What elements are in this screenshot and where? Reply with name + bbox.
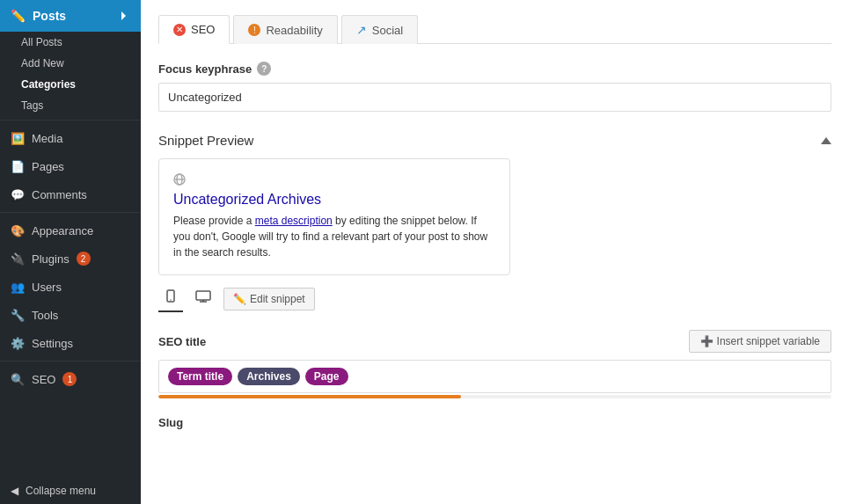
- tab-seo-label: SEO: [191, 23, 215, 36]
- seo-title-progress-bar-wrap: [158, 395, 831, 398]
- sidebar-item-tags[interactable]: Tags: [0, 95, 141, 116]
- help-icon[interactable]: ?: [257, 62, 271, 76]
- tab-readability[interactable]: ! Readability: [233, 15, 337, 44]
- focus-keyphrase-text: Focus keyphrase: [158, 62, 252, 76]
- sidebar-item-plugins-label: Plugins: [32, 252, 70, 266]
- sidebar-item-users[interactable]: 👥 Users: [0, 273, 141, 301]
- tools-icon: 🔧: [11, 308, 25, 322]
- sidebar-item-tools-label: Tools: [32, 309, 58, 322]
- sidebar-item-settings[interactable]: ⚙️ Settings: [0, 329, 141, 357]
- focus-keyphrase-input[interactable]: [158, 83, 831, 112]
- focus-keyphrase-section: Focus keyphrase ?: [158, 62, 831, 112]
- readability-tab-dot: !: [248, 24, 260, 36]
- sidebar-item-settings-label: Settings: [32, 337, 73, 350]
- sidebar-item-seo[interactable]: 🔍 SEO 1: [0, 365, 141, 393]
- seo-icon: 🔍: [11, 372, 25, 386]
- tag-page[interactable]: Page: [305, 368, 348, 385]
- snippet-preview-section: Snippet Preview Uncategorized Archives P…: [158, 133, 831, 312]
- sidebar-header-label: Posts: [33, 9, 66, 23]
- plus-circle-icon: ➕: [700, 335, 714, 347]
- slug-label: Slug: [158, 416, 183, 429]
- settings-icon: ⚙️: [11, 336, 25, 350]
- sidebar-divider-3: [0, 361, 141, 362]
- tag-term-title[interactable]: Term title: [168, 368, 232, 385]
- comments-icon: 💬: [11, 187, 25, 201]
- plugins-icon: 🔌: [11, 252, 25, 266]
- sidebar-item-users-label: Users: [32, 281, 62, 294]
- svg-rect-5: [196, 291, 210, 300]
- seo-title-header: SEO title ➕ Insert snippet variable: [158, 330, 831, 353]
- sidebar-item-all-posts[interactable]: All Posts: [0, 32, 141, 53]
- seo-badge: 1: [62, 372, 77, 386]
- seo-title-field[interactable]: Term title Archives Page: [158, 360, 831, 393]
- social-tab-icon: ↗: [356, 23, 367, 37]
- slug-section: Slug: [158, 416, 831, 429]
- sidebar-item-tools[interactable]: 🔧 Tools: [0, 301, 141, 329]
- media-icon: 🖼️: [11, 131, 25, 145]
- main-content: ✕ SEO ! Readability ↗ Social Focus keyph…: [141, 0, 849, 504]
- users-icon: 👥: [11, 280, 25, 294]
- snippet-collapse-button[interactable]: [821, 137, 831, 144]
- sidebar-item-comments[interactable]: 💬 Comments: [0, 180, 141, 208]
- edit-snippet-button[interactable]: ✏️ Edit snippet: [223, 288, 315, 310]
- sidebar-item-comments-label: Comments: [32, 188, 87, 201]
- tab-social-label: Social: [372, 24, 403, 37]
- seo-title-label: SEO title: [158, 335, 206, 348]
- insert-snippet-variable-button[interactable]: ➕ Insert snippet variable: [689, 330, 831, 353]
- sidebar-item-add-new[interactable]: Add New: [0, 53, 141, 74]
- focus-keyphrase-label: Focus keyphrase ?: [158, 62, 831, 76]
- sidebar-header-arrow: [121, 11, 130, 20]
- mobile-view-button[interactable]: [158, 286, 183, 312]
- sidebar-item-pages-label: Pages: [32, 160, 64, 173]
- desktop-view-button[interactable]: [190, 287, 216, 311]
- tag-archives[interactable]: Archives: [238, 368, 300, 385]
- sidebar-divider: [0, 120, 141, 121]
- sidebar-item-categories[interactable]: Categories: [0, 74, 141, 95]
- seo-title-section: SEO title ➕ Insert snippet variable Term…: [158, 330, 831, 398]
- snippet-link[interactable]: Uncategorized Archives: [173, 192, 495, 208]
- snippet-preview-box: Uncategorized Archives Please provide a …: [158, 158, 510, 275]
- seo-tab-dot: ✕: [173, 24, 186, 36]
- seo-title-progress-bar: [158, 395, 461, 398]
- sidebar: ✏️ Posts All Posts Add New Categories Ta…: [0, 0, 141, 504]
- pages-icon: 📄: [11, 159, 25, 173]
- svg-point-4: [170, 299, 171, 300]
- snippet-meta-link[interactable]: meta description: [255, 215, 333, 227]
- sidebar-item-media[interactable]: 🖼️ Media: [0, 124, 141, 152]
- edit-snippet-label: Edit snippet: [250, 293, 305, 305]
- collapse-icon: ◀: [11, 485, 18, 497]
- sidebar-header[interactable]: ✏️ Posts: [0, 0, 141, 32]
- collapse-menu-button[interactable]: ◀ Collapse menu: [0, 478, 141, 504]
- snippet-description: Please provide a meta description by edi…: [173, 213, 495, 260]
- tab-bar: ✕ SEO ! Readability ↗ Social: [158, 14, 831, 44]
- edit-pencil-icon: ✏️: [233, 293, 246, 305]
- tab-seo[interactable]: ✕ SEO: [158, 15, 230, 44]
- snippet-preview-header: Snippet Preview: [158, 133, 831, 148]
- sidebar-item-appearance-label: Appearance: [32, 224, 93, 237]
- arrow-icon: [121, 11, 130, 20]
- appearance-icon: 🎨: [11, 223, 25, 237]
- sidebar-item-seo-label: SEO: [32, 373, 55, 386]
- sidebar-item-media-label: Media: [32, 132, 62, 145]
- snippet-url-icon: [173, 173, 495, 188]
- snippet-controls: ✏️ Edit snippet: [158, 286, 831, 312]
- sidebar-item-pages[interactable]: 📄 Pages: [0, 152, 141, 180]
- posts-icon: ✏️: [11, 9, 26, 23]
- sidebar-item-appearance[interactable]: 🎨 Appearance: [0, 216, 141, 245]
- collapse-menu-label: Collapse menu: [26, 485, 96, 497]
- insert-variable-label: Insert snippet variable: [717, 335, 820, 347]
- sidebar-divider-2: [0, 212, 141, 213]
- snippet-preview-title: Snippet Preview: [158, 133, 253, 148]
- plugins-badge: 2: [77, 252, 91, 266]
- tab-readability-label: Readability: [266, 24, 322, 37]
- sidebar-item-plugins[interactable]: 🔌 Plugins 2: [0, 245, 141, 273]
- tab-social[interactable]: ↗ Social: [341, 15, 418, 44]
